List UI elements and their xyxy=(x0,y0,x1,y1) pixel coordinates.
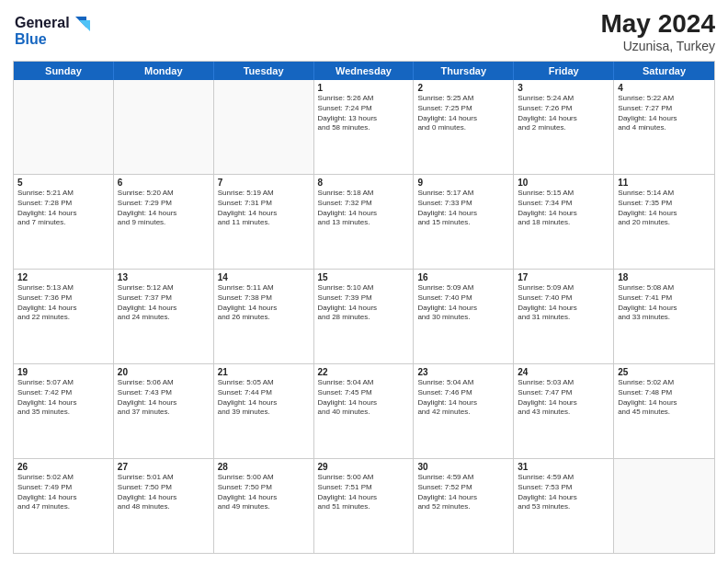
day-number-9: 9 xyxy=(417,178,509,188)
day-info-16: Sunrise: 5:09 AM Sunset: 7:40 PM Dayligh… xyxy=(417,283,509,323)
day-info-25: Sunrise: 5:02 AM Sunset: 7:48 PM Dayligh… xyxy=(618,378,711,418)
day-cell-1: 1Sunrise: 5:26 AM Sunset: 7:24 PM Daylig… xyxy=(314,80,415,174)
day-number-22: 22 xyxy=(318,367,410,377)
day-cell-27: 27Sunrise: 5:01 AM Sunset: 7:50 PM Dayli… xyxy=(114,459,214,553)
header-sunday: Sunday xyxy=(14,62,114,80)
day-cell-6: 6Sunrise: 5:20 AM Sunset: 7:29 PM Daylig… xyxy=(114,175,214,269)
day-info-4: Sunrise: 5:22 AM Sunset: 7:27 PM Dayligh… xyxy=(618,94,711,133)
day-info-20: Sunrise: 5:06 AM Sunset: 7:43 PM Dayligh… xyxy=(118,378,210,418)
header: General Blue May 2024 Uzunisa, Turkey xyxy=(13,9,715,53)
day-number-18: 18 xyxy=(618,272,711,282)
day-cell-28: 28Sunrise: 5:00 AM Sunset: 7:50 PM Dayli… xyxy=(214,459,314,553)
day-number-25: 25 xyxy=(618,367,711,377)
day-info-14: Sunrise: 5:11 AM Sunset: 7:38 PM Dayligh… xyxy=(218,283,310,323)
day-info-13: Sunrise: 5:12 AM Sunset: 7:37 PM Dayligh… xyxy=(118,283,210,323)
day-info-30: Sunrise: 4:59 AM Sunset: 7:52 PM Dayligh… xyxy=(417,473,509,512)
day-number-13: 13 xyxy=(118,272,210,282)
header-tuesday: Tuesday xyxy=(214,62,314,80)
day-cell-19: 19Sunrise: 5:07 AM Sunset: 7:42 PM Dayli… xyxy=(14,364,114,458)
logo: General Blue xyxy=(13,9,96,53)
day-info-18: Sunrise: 5:08 AM Sunset: 7:41 PM Dayligh… xyxy=(618,283,711,323)
day-info-21: Sunrise: 5:05 AM Sunset: 7:44 PM Dayligh… xyxy=(218,378,310,418)
day-number-6: 6 xyxy=(118,178,210,188)
day-cell-8: 8Sunrise: 5:18 AM Sunset: 7:32 PM Daylig… xyxy=(314,175,415,269)
day-number-31: 31 xyxy=(518,462,609,472)
day-number-23: 23 xyxy=(417,367,509,377)
day-info-11: Sunrise: 5:14 AM Sunset: 7:35 PM Dayligh… xyxy=(618,189,711,228)
day-cell-2: 2Sunrise: 5:25 AM Sunset: 7:25 PM Daylig… xyxy=(414,80,514,174)
day-cell-7: 7Sunrise: 5:19 AM Sunset: 7:31 PM Daylig… xyxy=(214,175,314,269)
day-cell-11: 11Sunrise: 5:14 AM Sunset: 7:35 PM Dayli… xyxy=(614,175,714,269)
day-cell-18: 18Sunrise: 5:08 AM Sunset: 7:41 PM Dayli… xyxy=(614,270,714,363)
day-number-8: 8 xyxy=(318,178,410,188)
day-number-2: 2 xyxy=(417,83,509,93)
day-cell-23: 23Sunrise: 5:04 AM Sunset: 7:46 PM Dayli… xyxy=(414,364,514,458)
day-number-27: 27 xyxy=(118,462,210,472)
day-number-30: 30 xyxy=(417,462,509,472)
day-info-5: Sunrise: 5:21 AM Sunset: 7:28 PM Dayligh… xyxy=(17,189,109,228)
day-number-14: 14 xyxy=(218,272,310,282)
day-info-12: Sunrise: 5:13 AM Sunset: 7:36 PM Dayligh… xyxy=(17,283,109,323)
calendar-body: 1Sunrise: 5:26 AM Sunset: 7:24 PM Daylig… xyxy=(14,80,714,553)
day-info-8: Sunrise: 5:18 AM Sunset: 7:32 PM Dayligh… xyxy=(318,189,410,228)
day-info-17: Sunrise: 5:09 AM Sunset: 7:40 PM Dayligh… xyxy=(518,283,609,323)
day-cell-26: 26Sunrise: 5:02 AM Sunset: 7:49 PM Dayli… xyxy=(14,459,114,553)
day-info-7: Sunrise: 5:19 AM Sunset: 7:31 PM Dayligh… xyxy=(218,189,310,228)
day-number-1: 1 xyxy=(318,83,410,93)
day-info-15: Sunrise: 5:10 AM Sunset: 7:39 PM Dayligh… xyxy=(318,283,410,323)
header-friday: Friday xyxy=(514,62,614,80)
day-info-19: Sunrise: 5:07 AM Sunset: 7:42 PM Dayligh… xyxy=(17,378,109,418)
day-number-29: 29 xyxy=(318,462,410,472)
calendar-row-2: 12Sunrise: 5:13 AM Sunset: 7:36 PM Dayli… xyxy=(14,269,714,363)
svg-text:General: General xyxy=(15,15,70,30)
day-cell-14: 14Sunrise: 5:11 AM Sunset: 7:38 PM Dayli… xyxy=(214,270,314,363)
day-cell-17: 17Sunrise: 5:09 AM Sunset: 7:40 PM Dayli… xyxy=(514,270,614,363)
day-cell-3: 3Sunrise: 5:24 AM Sunset: 7:26 PM Daylig… xyxy=(514,80,614,174)
day-cell-10: 10Sunrise: 5:15 AM Sunset: 7:34 PM Dayli… xyxy=(514,175,614,269)
day-cell-4: 4Sunrise: 5:22 AM Sunset: 7:27 PM Daylig… xyxy=(614,80,714,174)
header-monday: Monday xyxy=(114,62,214,80)
calendar-row-1: 5Sunrise: 5:21 AM Sunset: 7:28 PM Daylig… xyxy=(14,174,714,269)
calendar: Sunday Monday Tuesday Wednesday Thursday… xyxy=(13,61,715,554)
day-number-19: 19 xyxy=(17,367,109,377)
day-info-2: Sunrise: 5:25 AM Sunset: 7:25 PM Dayligh… xyxy=(417,94,509,133)
month-year: May 2024 xyxy=(600,9,715,39)
calendar-row-0: 1Sunrise: 5:26 AM Sunset: 7:24 PM Daylig… xyxy=(14,80,714,174)
day-number-3: 3 xyxy=(518,83,609,93)
day-number-21: 21 xyxy=(218,367,310,377)
day-number-15: 15 xyxy=(318,272,410,282)
header-thursday: Thursday xyxy=(414,62,514,80)
day-number-17: 17 xyxy=(518,272,609,282)
day-number-7: 7 xyxy=(218,178,310,188)
calendar-row-3: 19Sunrise: 5:07 AM Sunset: 7:42 PM Dayli… xyxy=(14,363,714,458)
day-info-28: Sunrise: 5:00 AM Sunset: 7:50 PM Dayligh… xyxy=(218,473,310,512)
day-number-4: 4 xyxy=(618,83,711,93)
header-wednesday: Wednesday xyxy=(314,62,415,80)
day-info-22: Sunrise: 5:04 AM Sunset: 7:45 PM Dayligh… xyxy=(318,378,410,418)
day-info-31: Sunrise: 4:59 AM Sunset: 7:53 PM Dayligh… xyxy=(518,473,609,512)
day-cell-25: 25Sunrise: 5:02 AM Sunset: 7:48 PM Dayli… xyxy=(614,364,714,458)
day-info-6: Sunrise: 5:20 AM Sunset: 7:29 PM Dayligh… xyxy=(118,189,210,228)
svg-marker-3 xyxy=(79,20,90,31)
day-number-10: 10 xyxy=(518,178,609,188)
svg-text:Blue: Blue xyxy=(15,31,47,47)
empty-cell-0-0 xyxy=(14,80,114,174)
day-number-16: 16 xyxy=(417,272,509,282)
title-block: May 2024 Uzunisa, Turkey xyxy=(600,9,715,53)
day-info-27: Sunrise: 5:01 AM Sunset: 7:50 PM Dayligh… xyxy=(118,473,210,512)
day-number-11: 11 xyxy=(618,178,711,188)
empty-cell-4-6 xyxy=(614,459,714,553)
calendar-row-4: 26Sunrise: 5:02 AM Sunset: 7:49 PM Dayli… xyxy=(14,458,714,553)
day-info-10: Sunrise: 5:15 AM Sunset: 7:34 PM Dayligh… xyxy=(518,189,609,228)
day-info-24: Sunrise: 5:03 AM Sunset: 7:47 PM Dayligh… xyxy=(518,378,609,418)
day-info-9: Sunrise: 5:17 AM Sunset: 7:33 PM Dayligh… xyxy=(417,189,509,228)
day-number-5: 5 xyxy=(17,178,109,188)
header-saturday: Saturday xyxy=(614,62,714,80)
day-info-23: Sunrise: 5:04 AM Sunset: 7:46 PM Dayligh… xyxy=(417,378,509,418)
day-cell-13: 13Sunrise: 5:12 AM Sunset: 7:37 PM Dayli… xyxy=(114,270,214,363)
day-info-3: Sunrise: 5:24 AM Sunset: 7:26 PM Dayligh… xyxy=(518,94,609,133)
day-cell-31: 31Sunrise: 4:59 AM Sunset: 7:53 PM Dayli… xyxy=(514,459,614,553)
day-cell-22: 22Sunrise: 5:04 AM Sunset: 7:45 PM Dayli… xyxy=(314,364,415,458)
day-info-29: Sunrise: 5:00 AM Sunset: 7:51 PM Dayligh… xyxy=(318,473,410,512)
day-cell-5: 5Sunrise: 5:21 AM Sunset: 7:28 PM Daylig… xyxy=(14,175,114,269)
